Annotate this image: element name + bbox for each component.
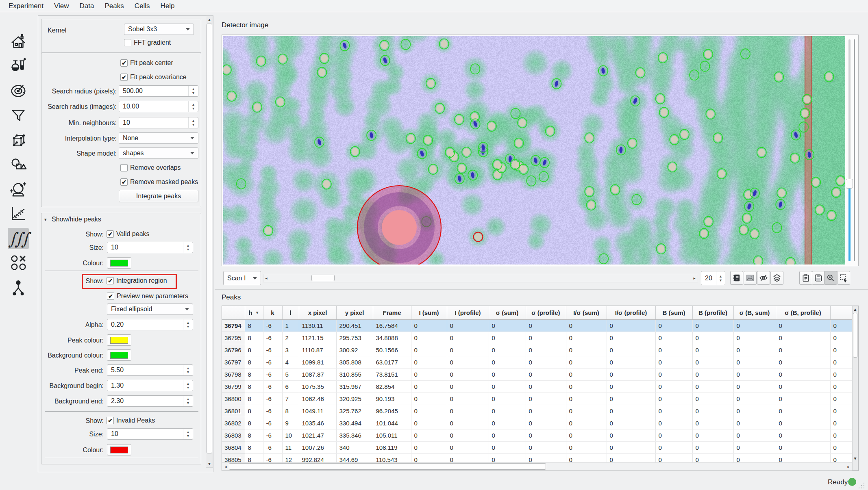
table-cell[interactable]: 1062.46 [299, 392, 336, 405]
table-cell[interactable]: 0 [692, 453, 733, 462]
table-cell[interactable]: 8 [245, 344, 263, 356]
table-cell[interactable]: 0 [776, 368, 830, 380]
table-row[interactable]: 368048-6111007.26340108.11900000000000 [222, 441, 852, 453]
table-cell[interactable]: 0 [655, 368, 692, 380]
table-cell[interactable]: 8 [245, 441, 263, 453]
table-cell[interactable]: 0 [733, 405, 776, 417]
table-cell[interactable]: 1087.87 [299, 368, 336, 380]
table-cell[interactable]: 0 [447, 319, 489, 332]
table-cell[interactable]: 0 [733, 332, 776, 344]
table-cell[interactable]: 0 [692, 392, 733, 405]
table-cell[interactable]: 50.1566 [373, 344, 411, 356]
spinner-arrows-icon[interactable]: ▴▾ [183, 365, 193, 375]
table-cell[interactable]: 0 [733, 344, 776, 356]
background-end-spinbox[interactable]: 2.30▴▾ [107, 395, 193, 407]
table-cell[interactable]: 0 [830, 332, 852, 344]
column-header-σ (profile)[interactable]: σ (profile) [526, 306, 566, 319]
table-cell[interactable]: 320.925 [336, 392, 373, 405]
table-cell[interactable]: 0 [692, 332, 733, 344]
table-cell[interactable]: 0 [526, 332, 566, 344]
row-number[interactable]: 36804 [222, 441, 245, 453]
table-cell[interactable]: 0 [411, 356, 447, 368]
table-cell[interactable]: 8 [245, 319, 263, 332]
column-header-Frame[interactable]: Frame [373, 306, 411, 319]
table-cell[interactable]: 0 [776, 356, 830, 368]
column-header-k[interactable]: k [263, 306, 282, 319]
table-cell[interactable]: 0 [607, 441, 655, 453]
invalid-peaks-checkbox[interactable] [107, 417, 114, 424]
refine-icon[interactable] [8, 203, 29, 224]
peak-colour-button[interactable] [107, 334, 131, 346]
table-cell[interactable]: 0 [776, 392, 830, 405]
table-cell[interactable]: 0 [776, 332, 830, 344]
table-cell[interactable]: 63.0177 [373, 356, 411, 368]
table-cell[interactable]: 0 [489, 392, 526, 405]
table-cell[interactable]: 0 [607, 453, 655, 462]
table-cell[interactable]: 0 [733, 441, 776, 453]
table-cell[interactable]: 0 [655, 429, 692, 441]
alpha-spinbox[interactable]: 0.20▴▾ [107, 319, 193, 330]
table-cell[interactable]: 0 [526, 453, 566, 462]
table-cell[interactable]: 335.346 [336, 429, 373, 441]
table-cell[interactable]: 0 [776, 405, 830, 417]
scroll-left-icon[interactable]: ◂ [223, 463, 228, 470]
table-cell[interactable]: 0 [566, 429, 607, 441]
table-cell[interactable]: 340 [336, 441, 373, 453]
table-cell[interactable]: 8 [245, 380, 263, 392]
save-icon-button[interactable] [812, 271, 825, 285]
table-cell[interactable]: 0 [489, 344, 526, 356]
spinner-arrows-icon[interactable]: ▴▾ [188, 86, 198, 96]
unit-cell-icon[interactable] [8, 130, 29, 151]
table-cell[interactable]: 0 [655, 319, 692, 332]
column-header-l[interactable]: l [282, 306, 299, 319]
table-cell[interactable]: 0 [566, 392, 607, 405]
table-cell[interactable]: 7 [282, 392, 299, 405]
table-cell[interactable]: 0 [692, 344, 733, 356]
table-row[interactable]: 368058-612992.824344.69110.5430000000000… [222, 453, 852, 462]
table-hscrollbar-thumb[interactable] [229, 463, 546, 470]
table-cell[interactable]: 0 [411, 441, 447, 453]
table-cell[interactable]: 0 [566, 405, 607, 417]
table-cell[interactable]: -6 [263, 380, 282, 392]
table-cell[interactable]: 0 [526, 405, 566, 417]
predict-icon[interactable] [8, 179, 29, 200]
table-cell[interactable]: 0 [733, 380, 776, 392]
column-header-extra[interactable] [830, 306, 852, 319]
table-cell[interactable]: 1035.46 [299, 417, 336, 429]
table-cell[interactable]: -6 [263, 429, 282, 441]
clipboard-icon-button[interactable] [799, 271, 812, 285]
scroll-right-icon[interactable]: ▸ [846, 463, 851, 470]
table-cell[interactable]: 0 [566, 441, 607, 453]
table-row[interactable]: 367988-651087.87310.85573.81510000000000… [222, 368, 852, 380]
valid-peaks-checkbox[interactable] [107, 230, 114, 238]
table-cell[interactable]: 0 [776, 344, 830, 356]
column-header-y pixel[interactable]: y pixel [336, 306, 373, 319]
scroll-down-icon[interactable]: ▼ [206, 461, 213, 466]
table-cell[interactable]: 0 [607, 429, 655, 441]
table-cell[interactable]: -6 [263, 453, 282, 462]
menu-data[interactable]: Data [74, 0, 100, 12]
background-begin-spinbox[interactable]: 1.30▴▾ [107, 380, 193, 391]
table-cell[interactable]: 0 [692, 380, 733, 392]
table-cell[interactable]: 0 [830, 441, 852, 453]
table-cell[interactable]: 0 [830, 405, 852, 417]
table-cell[interactable]: 0 [411, 429, 447, 441]
table-cell[interactable]: 8 [245, 368, 263, 380]
table-cell[interactable]: 1007.26 [299, 441, 336, 453]
column-header-σ (sum)[interactable]: σ (sum) [489, 306, 526, 319]
table-cell[interactable]: 101.044 [373, 417, 411, 429]
preview-parameters-checkbox[interactable] [107, 293, 114, 300]
table-cell[interactable]: 992.824 [299, 453, 336, 462]
table-cell[interactable]: 0 [776, 441, 830, 453]
table-cell[interactable]: -6 [263, 392, 282, 405]
table-cell[interactable]: 0 [655, 441, 692, 453]
invalid-size-spinbox[interactable]: 10▴▾ [107, 428, 193, 440]
table-cell[interactable]: 0 [776, 380, 830, 392]
scan-selector-combobox[interactable]: Scan I [223, 271, 261, 285]
table-cell[interactable]: 8 [245, 429, 263, 441]
fft-gradient-checkbox[interactable] [124, 39, 131, 46]
table-row[interactable]: 367958-621121.15295.75334.80880000000000… [222, 332, 852, 344]
home-icon[interactable] [8, 32, 29, 53]
column-header-σ (B, profile)[interactable]: σ (B, profile) [776, 306, 830, 319]
table-cell[interactable]: 0 [489, 441, 526, 453]
